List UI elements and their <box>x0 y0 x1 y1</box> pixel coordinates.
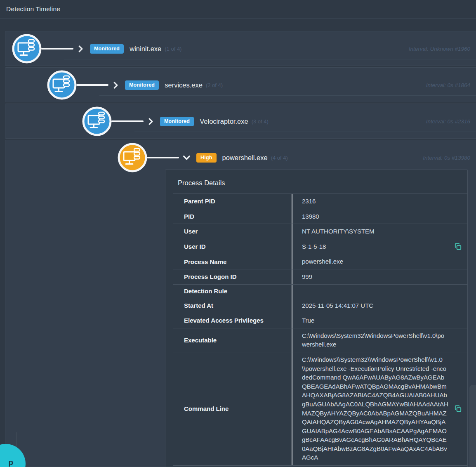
detail-row: ExecutableC:\Windows\System32\WindowsPow… <box>173 328 467 352</box>
timeline-row-header: Monitoredservices.exe(2 of 4)Interval: 0… <box>5 68 476 102</box>
detail-label: Detection Rule <box>173 285 292 298</box>
detail-label: Command Line <box>173 352 292 465</box>
chevron-right-icon[interactable] <box>112 81 120 90</box>
process-name[interactable]: powershell.exe <box>222 154 268 162</box>
process-name[interactable]: services.exe <box>165 81 203 89</box>
process-node-icon[interactable] <box>11 33 42 64</box>
connector-line <box>147 157 179 158</box>
severity-badge: Monitored <box>160 117 194 126</box>
detail-row: User IDS-1-5-18 <box>173 239 467 255</box>
interval-label: Interval: Unknown #1960 <box>409 46 470 52</box>
detail-value <box>292 285 467 298</box>
connector-line <box>111 120 144 122</box>
detail-label: PID <box>173 209 292 224</box>
detail-row: Process Namepowershell.exe <box>173 254 467 269</box>
process-details-table: Parent PID2316PID13980UserNT AUTHORITY\S… <box>173 193 467 465</box>
detail-value-text: True <box>302 316 448 325</box>
process-count: (4 of 4) <box>271 155 288 161</box>
detail-row: PID13980 <box>173 209 467 224</box>
timeline-row: Monitoredwininit.exe(1 of 4)Interval: Un… <box>5 31 476 66</box>
row-divider <box>134 132 476 132</box>
detail-value-text: 2025-11-05 14:41:07 UTC <box>302 301 448 310</box>
detection-timeline-screen: Detection Timeline Monitoredwininit.exe(… <box>0 0 476 467</box>
table-bottom-divider <box>173 465 467 466</box>
detail-value-text: powershell.exe <box>302 257 448 266</box>
page-title: Detection Timeline <box>6 5 60 13</box>
detail-value: 999 <box>292 269 467 284</box>
process-node-icon[interactable] <box>46 69 78 101</box>
severity-badge: Monitored <box>125 80 159 90</box>
process-name[interactable]: wininit.exe <box>130 45 161 53</box>
detail-row: Process Logon ID999 <box>173 269 467 285</box>
timeline-row: MonitoredVelociraptor.exe(3 of 4)Interva… <box>5 104 476 139</box>
timeline-row: Monitoredservices.exe(2 of 4)Interval: 0… <box>5 67 476 102</box>
process-node-icon[interactable] <box>117 142 148 173</box>
detail-label: Executable <box>173 328 292 352</box>
detail-row: UserNT AUTHORITY\SYSTEM <box>173 224 467 239</box>
detail-value: C:\\Windows\\System32\\WindowsPowerShell… <box>292 352 467 465</box>
detail-value-text: S-1-5-18 <box>302 242 448 251</box>
detail-label: User ID <box>173 239 292 254</box>
detail-value: NT AUTHORITY\SYSTEM <box>292 224 467 239</box>
chevron-right-icon[interactable] <box>147 117 155 126</box>
detail-value-text: 13980 <box>302 212 448 221</box>
interval-label: Interval: 0s #1864 <box>426 82 470 88</box>
row-divider <box>99 95 476 96</box>
detail-value: 2316 <box>292 194 467 209</box>
interval-label: Interval: 0s #2316 <box>426 118 470 125</box>
severity-badge: Monitored <box>90 44 124 54</box>
help-fab-label: p <box>8 458 13 467</box>
detail-value: S-1-5-18 <box>292 239 467 254</box>
process-count: (2 of 4) <box>206 82 223 88</box>
detail-value-text: C:\\Windows\\System32\\WindowsPowerShell… <box>302 355 448 462</box>
detail-value: C:\Windows\System32\WindowsPowerShell\v1… <box>292 328 467 352</box>
timeline-row: Highpowershell.exe(4 of 4)Interval: 0s #… <box>5 140 476 467</box>
chevron-down-icon[interactable] <box>182 153 191 162</box>
detail-value: 2025-11-05 14:41:07 UTC <box>292 298 467 313</box>
process-count: (1 of 4) <box>165 46 181 52</box>
row-divider <box>64 59 476 59</box>
detail-value-text: 999 <box>302 272 448 281</box>
detail-value: 13980 <box>292 209 467 224</box>
connector-line <box>76 84 108 86</box>
process-count: (3 of 4) <box>252 118 269 125</box>
detail-label: Started At <box>173 298 292 313</box>
severity-badge: High <box>196 153 217 163</box>
detail-label: Parent PID <box>173 194 292 209</box>
detail-row: Command LineC:\\Windows\\System32\\Windo… <box>173 352 467 465</box>
detail-value-text: C:\Windows\System32\WindowsPowerShell\v1… <box>302 331 448 349</box>
detail-label: Elevated Access Privileges <box>173 313 292 328</box>
detail-value: True <box>292 313 467 328</box>
detail-label: Process Name <box>173 254 292 269</box>
process-node-icon[interactable] <box>81 106 113 137</box>
scrollbar-thumb[interactable] <box>469 385 476 467</box>
detail-row: Detection Rule <box>173 285 467 298</box>
process-details-panel: Process Details Parent PID2316PID13980Us… <box>165 170 468 467</box>
timeline-row-header: MonitoredVelociraptor.exe(3 of 4)Interva… <box>5 104 476 139</box>
copy-icon[interactable] <box>454 404 462 413</box>
detail-row: Parent PID2316 <box>173 194 467 209</box>
process-name[interactable]: Velociraptor.exe <box>200 118 248 125</box>
detail-label: Process Logon ID <box>173 269 292 284</box>
connector-line <box>41 48 73 50</box>
detail-label: User <box>173 224 292 239</box>
timeline-row-header: Monitoredwininit.exe(1 of 4)Interval: Un… <box>5 31 476 66</box>
detail-value-text: NT AUTHORITY\SYSTEM <box>302 227 448 236</box>
detail-row: Started At2025-11-05 14:41:07 UTC <box>173 298 467 314</box>
interval-label: Interval: 0s #13980 <box>423 155 470 161</box>
copy-icon[interactable] <box>454 242 462 251</box>
chevron-right-icon[interactable] <box>77 45 85 53</box>
detail-value: powershell.exe <box>292 254 467 269</box>
page-header: Detection Timeline <box>0 0 476 19</box>
process-details-title: Process Details <box>178 179 467 187</box>
detail-row: Elevated Access PrivilegesTrue <box>173 313 467 328</box>
detail-value-text: 2316 <box>302 197 448 206</box>
